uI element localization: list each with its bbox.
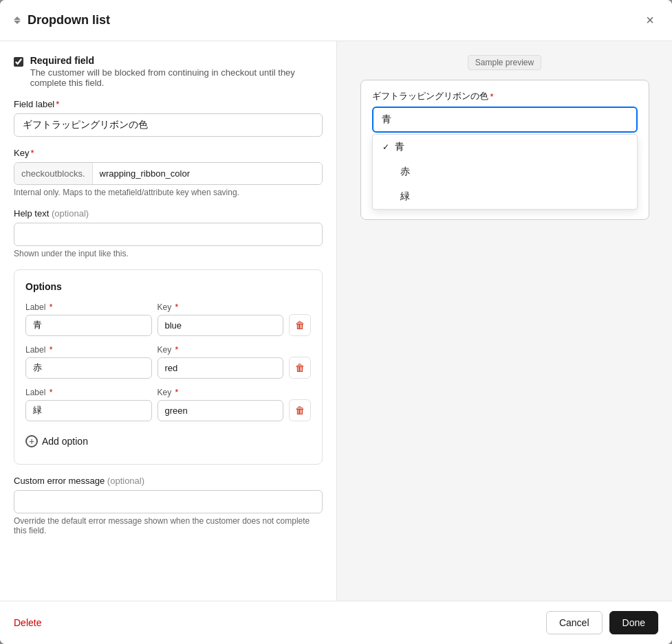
option-fields-2: Label * Key * 🗑 xyxy=(25,344,311,379)
preview-required-star: * xyxy=(490,91,494,102)
modal-footer: Delete Cancel Done xyxy=(0,601,672,644)
option-key-group-3: Key * xyxy=(158,388,284,421)
add-option-button[interactable]: + Add option xyxy=(25,430,88,453)
option-key-label-3: Key * xyxy=(158,388,284,397)
preview-option-3[interactable]: 緑 xyxy=(373,184,637,209)
help-text-input[interactable] xyxy=(14,223,323,246)
option-label-input-3[interactable] xyxy=(25,400,152,421)
custom-error-group: Custom error message (optional) Override… xyxy=(14,476,323,535)
required-star: * xyxy=(56,99,59,109)
right-panel: Sample preview ギフトラッピングリボンの色 * 青 ✓ 青 xyxy=(337,41,672,601)
option-key-input-1[interactable] xyxy=(158,315,284,336)
option-key-label-2: Key * xyxy=(158,345,284,355)
option-key-label-1: Key * xyxy=(158,302,284,312)
sort-arrows-icon[interactable] xyxy=(14,16,21,24)
key-field-label: Key* xyxy=(14,148,323,158)
modal-header: Dropdown list × xyxy=(0,0,672,41)
option-row-2: Label * Key * 🗑 xyxy=(25,344,311,379)
custom-error-input[interactable] xyxy=(14,490,323,513)
help-text-optional: (optional) xyxy=(52,208,89,219)
custom-error-optional: (optional) xyxy=(107,476,144,486)
option-label-input-2[interactable] xyxy=(25,357,152,379)
options-title: Options xyxy=(25,281,311,292)
option-delete-button-2[interactable]: 🗑 xyxy=(289,357,311,379)
trash-icon-3: 🗑 xyxy=(295,405,305,416)
help-text-hint: Shown under the input like this. xyxy=(14,249,323,258)
preview-dropdown: ✓ 青 赤 緑 xyxy=(372,134,638,210)
required-field-checkbox[interactable] xyxy=(14,56,23,67)
required-field-description: The customer will be blocked from contin… xyxy=(30,67,323,88)
required-field-section: Required field The customer will be bloc… xyxy=(14,55,323,88)
preview-select[interactable]: 青 xyxy=(372,107,638,133)
delete-button[interactable]: Delete xyxy=(14,617,41,628)
option-label-label-3: Label * xyxy=(25,388,152,397)
option-key-group-2: Key * xyxy=(158,345,284,379)
option-key-input-2[interactable] xyxy=(158,357,284,379)
dropdown-list-modal: Dropdown list × Required field The custo… xyxy=(0,0,672,644)
required-star-key: * xyxy=(30,148,34,158)
preview-option-2[interactable]: 赤 xyxy=(373,159,637,184)
key-field-row: checkoutblocks. xyxy=(14,162,323,185)
trash-icon-2: 🗑 xyxy=(295,362,305,373)
option-label-group-2: Label * xyxy=(25,345,152,379)
custom-error-label: Custom error message (optional) xyxy=(14,476,323,486)
option-label-group-3: Label * xyxy=(25,388,152,421)
footer-right: Cancel Done xyxy=(546,611,658,634)
option-fields-1: Label * Key * 🗑 xyxy=(25,302,311,336)
option-label-label-1: Label * xyxy=(25,302,152,312)
field-label-group: Field label* xyxy=(14,99,323,137)
done-button[interactable]: Done xyxy=(609,611,658,634)
key-field-group: Key* checkoutblocks. Internal only. Maps… xyxy=(14,148,323,197)
option-label-group-1: Label * xyxy=(25,302,152,336)
check-mark-icon: ✓ xyxy=(382,142,389,152)
option-label-label-2: Label * xyxy=(25,345,152,355)
option-row-3: Label * Key * 🗑 xyxy=(25,387,311,421)
help-text-label: Help text (optional) xyxy=(14,208,323,219)
close-button[interactable]: × xyxy=(642,11,658,30)
sample-preview-label: Sample preview xyxy=(468,55,541,70)
field-label-label: Field label* xyxy=(14,99,323,109)
modal-title: Dropdown list xyxy=(28,13,110,27)
cancel-button[interactable]: Cancel xyxy=(546,611,603,634)
option-key-group-1: Key * xyxy=(158,302,284,336)
options-section: Options Label * xyxy=(14,269,323,465)
option-label-input-1[interactable] xyxy=(25,315,152,336)
add-option-label: Add option xyxy=(42,436,88,447)
option-row-1: Label * Key * 🗑 xyxy=(25,302,311,336)
add-circle-icon: + xyxy=(25,435,38,447)
option-fields-3: Label * Key * 🗑 xyxy=(25,387,311,421)
preview-field-label: ギフトラッピングリボンの色 * xyxy=(372,90,638,102)
preview-box: ギフトラッピングリボンの色 * 青 ✓ 青 赤 xyxy=(360,80,649,220)
preview-option-1[interactable]: ✓ 青 xyxy=(373,135,637,159)
modal-body: Required field The customer will be bloc… xyxy=(0,41,672,601)
left-panel: Required field The customer will be bloc… xyxy=(0,41,337,601)
key-prefix: checkoutblocks. xyxy=(14,163,93,184)
field-label-input[interactable] xyxy=(14,113,323,137)
help-text-group: Help text (optional) Shown under the inp… xyxy=(14,208,323,258)
key-field-hint: Internal only. Maps to the metafield/att… xyxy=(14,188,323,197)
required-field-text: Required field The customer will be bloc… xyxy=(30,55,323,88)
option-key-input-3[interactable] xyxy=(158,400,284,421)
option-delete-button-1[interactable]: 🗑 xyxy=(289,314,311,336)
option-delete-button-3[interactable]: 🗑 xyxy=(289,399,311,421)
key-value-input[interactable] xyxy=(93,163,323,184)
trash-icon-1: 🗑 xyxy=(295,320,305,331)
custom-error-hint: Override the default error message shown… xyxy=(14,516,323,535)
required-field-label: Required field xyxy=(30,55,323,66)
modal-header-left: Dropdown list xyxy=(14,13,110,27)
